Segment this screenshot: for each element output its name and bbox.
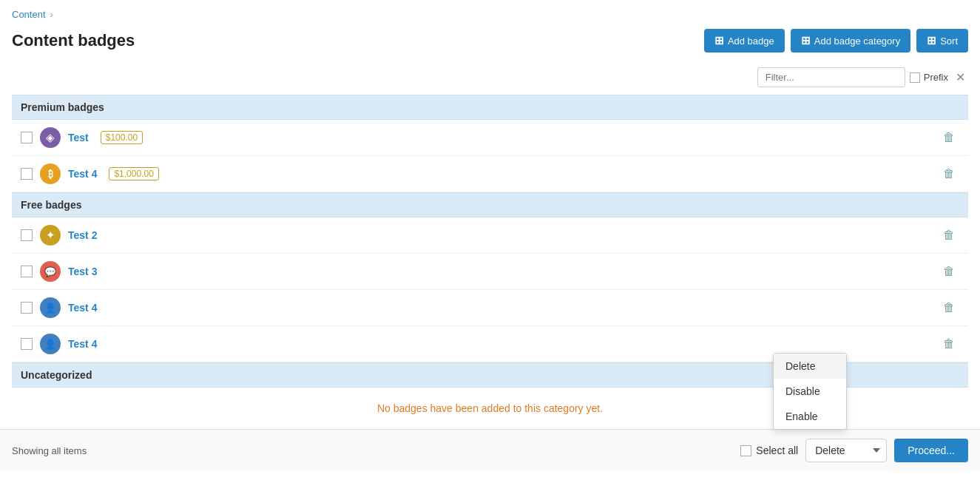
badge-name[interactable]: Test (68, 132, 89, 143)
category-premium-badges: Premium badges (12, 95, 968, 120)
page-header: Content badges ⊞ Add badge ⊞ Add badge c… (0, 23, 980, 63)
row-checkbox[interactable] (21, 229, 33, 241)
filter-bar: Prefix ✕ (0, 63, 980, 95)
footer-right: Select all Delete Disable Enable Proceed… (740, 439, 968, 462)
badge-icon-purple: ◈ (40, 127, 61, 148)
delete-row-button[interactable]: 🗑 (939, 227, 959, 243)
breadcrumb: Content › (0, 0, 980, 23)
badge-icon-blue2: 👤 (40, 334, 61, 354)
row-checkbox[interactable] (21, 132, 33, 143)
add-badge-icon: ⊞ (714, 34, 724, 47)
proceed-button[interactable]: Proceed... (894, 439, 968, 462)
delete-row-button[interactable]: 🗑 (939, 166, 959, 182)
select-all-text: Select all (756, 445, 798, 456)
delete-row-button[interactable]: 🗑 (939, 300, 959, 316)
table-row: ₿ Test 4 $1,000.00 🗑 (12, 156, 968, 192)
badge-price: $100.00 (101, 131, 143, 144)
prefix-checkbox[interactable] (910, 72, 920, 83)
sort-button[interactable]: ⊞ Sort (916, 29, 968, 53)
sort-icon: ⊞ (927, 34, 936, 47)
showing-text: Showing all items (12, 445, 87, 456)
badge-name[interactable]: Test 4 (68, 338, 97, 350)
header-buttons: ⊞ Add badge ⊞ Add badge category ⊞ Sort (704, 29, 968, 53)
add-badge-category-icon: ⊞ (801, 34, 811, 47)
dropdown-item-enable[interactable]: Enable (774, 404, 846, 429)
breadcrumb-parent[interactable]: Content (12, 9, 46, 20)
action-select[interactable]: Delete Disable Enable (805, 439, 887, 462)
badge-icon-orange: ₿ (40, 163, 61, 184)
prefix-label[interactable]: Prefix (910, 72, 948, 83)
add-badge-category-button[interactable]: ⊞ Add badge category (791, 29, 910, 53)
page-title: Content badges (12, 31, 135, 50)
badge-price: $1,000.00 (109, 167, 158, 180)
footer-bar: Showing all items Select all Delete Disa… (0, 429, 980, 471)
delete-row-button[interactable]: 🗑 (939, 129, 959, 146)
delete-row-button[interactable]: 🗑 (939, 263, 959, 280)
action-dropdown-menu: Delete Disable Enable (773, 353, 847, 430)
table-row: ✦ Test 2 🗑 (12, 217, 968, 254)
badge-icon-blue: 👤 (40, 297, 61, 318)
breadcrumb-chevron-icon: › (50, 9, 53, 20)
row-checkbox[interactable] (21, 338, 33, 350)
add-badge-button[interactable]: ⊞ Add badge (704, 29, 785, 53)
delete-row-button[interactable]: 🗑 (939, 336, 959, 352)
badge-name[interactable]: Test 4 (68, 168, 97, 180)
select-all-checkbox[interactable] (740, 445, 751, 456)
badge-name[interactable]: Test 4 (68, 302, 97, 314)
category-free-badges: Free badges (12, 192, 968, 217)
dropdown-item-delete[interactable]: Delete (774, 354, 846, 379)
add-badge-category-label: Add badge category (814, 36, 900, 47)
add-badge-label: Add badge (728, 36, 774, 47)
row-checkbox[interactable] (21, 302, 33, 314)
prefix-text: Prefix (924, 72, 948, 83)
filter-close-button[interactable]: ✕ (953, 70, 968, 85)
row-checkbox[interactable] (21, 168, 33, 180)
table-row: 👤 Test 4 🗑 (12, 290, 968, 326)
select-all-label[interactable]: Select all (740, 445, 798, 456)
table-row: 💬 Test 3 🗑 (12, 254, 968, 290)
page-wrapper: Content › Content badges ⊞ Add badge ⊞ A… (0, 0, 980, 500)
row-checkbox[interactable] (21, 266, 33, 277)
badge-name[interactable]: Test 3 (68, 266, 97, 277)
dropdown-item-disable[interactable]: Disable (774, 379, 846, 404)
sort-label: Sort (940, 36, 958, 47)
badge-name[interactable]: Test 2 (68, 229, 97, 241)
badge-icon-coral: 💬 (40, 261, 61, 282)
filter-input[interactable] (757, 67, 905, 87)
table-row: ◈ Test $100.00 🗑 (12, 120, 968, 156)
badge-icon-gold: ✦ (40, 225, 61, 246)
